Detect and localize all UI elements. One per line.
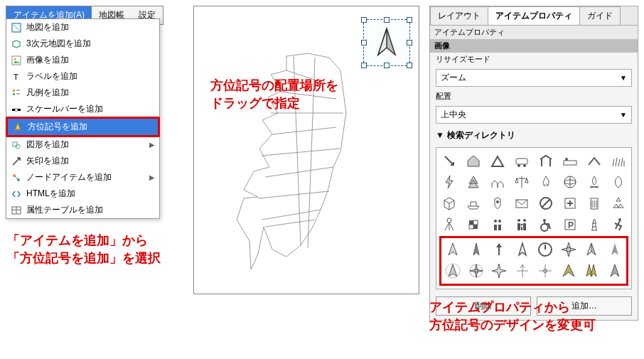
dd-add-scalebar[interactable]: スケールバーを追加 <box>6 101 159 117</box>
tab-guide[interactable]: ガイド <box>579 6 621 25</box>
svg-text:T: T <box>14 73 18 81</box>
dd-label: スケールバーを追加 <box>26 103 155 115</box>
tab-layout[interactable]: レイアウト <box>430 6 488 25</box>
svg-rect-41 <box>469 220 473 225</box>
sym-flame[interactable] <box>536 172 556 192</box>
layout-canvas[interactable] <box>193 6 419 294</box>
disclosure-search-dir[interactable]: ▼検索ディレクトリ <box>430 127 638 144</box>
sym-north-8[interactable] <box>605 240 625 259</box>
sym-globe[interactable] <box>560 172 580 192</box>
svg-rect-42 <box>473 225 478 229</box>
svg-rect-9 <box>15 109 18 111</box>
dropdown-caret-icon: ▼ <box>620 74 627 82</box>
sym-ferry[interactable] <box>463 193 483 213</box>
sym-north-7[interactable] <box>581 240 601 259</box>
sym-scales[interactable] <box>512 172 532 192</box>
dd-add-image[interactable]: 画像を追加 <box>6 52 159 68</box>
svg-text:P: P <box>568 220 574 230</box>
sym-north-star4[interactable] <box>489 261 509 281</box>
sym-north-compass[interactable] <box>466 261 486 281</box>
section-image: 画像 <box>430 39 638 53</box>
svg-rect-1 <box>12 56 21 65</box>
sym-grass[interactable] <box>608 151 628 171</box>
sym-camper[interactable] <box>512 151 532 171</box>
dd-add-legend[interactable]: 凡例を追加 <box>6 85 159 101</box>
sym-north-double[interactable] <box>581 261 601 281</box>
svg-point-49 <box>521 224 523 226</box>
dd-add-shape[interactable]: 図形を追加 ▶ <box>6 136 159 153</box>
tab-item-properties[interactable]: アイテムプロパティ <box>488 6 580 25</box>
sym-parking[interactable]: P <box>560 215 580 235</box>
svg-point-23 <box>565 158 568 161</box>
dd-label: ノードアイテムを追加 <box>26 171 145 183</box>
sym-leaf[interactable] <box>608 172 628 192</box>
sym-north-6[interactable] <box>559 240 579 259</box>
sym-wheelchair[interactable] <box>536 215 556 235</box>
svg-point-21 <box>523 164 526 167</box>
sym-recycle[interactable] <box>608 193 628 213</box>
svg-point-47 <box>517 219 520 222</box>
sym-bolt[interactable] <box>439 172 459 192</box>
dd-add-3d-map[interactable]: 3次元地図を追加 <box>6 36 159 52</box>
sym-north-thin[interactable] <box>512 261 532 281</box>
dd-add-label[interactable]: T ラベルを追加 <box>6 68 159 85</box>
disclosure-triangle-icon: ▼ <box>436 130 444 140</box>
sym-north-clock[interactable] <box>535 240 555 259</box>
sym-north-3[interactable] <box>489 240 509 259</box>
svg-rect-43 <box>473 220 478 225</box>
sym-north-2[interactable] <box>466 240 486 259</box>
svg-point-40 <box>447 218 451 223</box>
annotation-right-line1: アイテムプロパティから <box>429 300 570 314</box>
sym-people[interactable] <box>488 215 508 235</box>
label-alignment: 配置 <box>430 90 638 103</box>
sym-tree[interactable] <box>463 172 483 192</box>
sym-house[interactable] <box>463 151 483 171</box>
sym-campfire[interactable] <box>584 172 604 192</box>
dd-add-northarrow[interactable]: 方位記号を追加 <box>6 117 160 137</box>
sym-tent[interactable] <box>488 151 508 171</box>
combo-resize-mode[interactable]: ズーム ▼ <box>436 69 632 87</box>
shape-icon <box>11 139 22 151</box>
svg-point-46 <box>498 220 501 223</box>
north-arrow-symbols-highlight <box>439 236 628 286</box>
sym-hospital[interactable] <box>560 193 580 213</box>
sym-bed[interactable] <box>560 151 580 171</box>
sym-north-dot[interactable] <box>535 261 555 281</box>
sym-tower[interactable] <box>584 215 604 235</box>
sym-north-last[interactable] <box>605 261 625 281</box>
annotation-center: 方位記号の配置場所を ドラッグで指定 <box>210 77 338 112</box>
dd-add-map[interactable]: 地図を追加 <box>6 19 159 36</box>
sym-mail[interactable] <box>512 193 532 213</box>
annotation-right: アイテムプロパティから 方位記号のデザインを変更可 <box>429 299 596 334</box>
table-icon <box>11 205 22 216</box>
sym-north-9[interactable] <box>443 261 463 281</box>
combo-alignment[interactable]: 上中央 ▼ <box>436 106 632 124</box>
sym-north-1[interactable] <box>443 240 463 259</box>
sym-tripod[interactable] <box>439 215 459 235</box>
sym-building[interactable] <box>584 193 604 213</box>
sym-roof[interactable] <box>584 151 604 171</box>
add-item-dropdown: 地図を追加 3次元地図を追加 画像を追加 T ラベルを追加 凡例を追加 スケール… <box>6 18 160 219</box>
sym-runner[interactable] <box>608 215 628 235</box>
sym-box[interactable] <box>439 193 459 213</box>
dd-label: 画像を追加 <box>26 54 155 66</box>
sym-nosign[interactable] <box>536 193 556 213</box>
sym-shelter[interactable] <box>536 151 556 171</box>
sym-houses[interactable] <box>488 172 508 192</box>
sym-arrow[interactable] <box>439 151 459 171</box>
dd-add-attrtable[interactable]: 属性テーブルを追加 <box>6 202 159 218</box>
combo-resize-value: ズーム <box>441 72 466 84</box>
sym-north-4[interactable] <box>512 240 532 259</box>
annotation-left: 「アイテムを追加」から 「方位記号を追加」を選択 <box>7 232 161 267</box>
symbol-grid: P <box>436 147 632 289</box>
svg-rect-22 <box>564 161 576 165</box>
dd-add-node[interactable]: ノードアイテムを追加 ▶ <box>6 169 159 186</box>
sym-checkers[interactable] <box>463 215 483 235</box>
legend-icon <box>11 87 22 99</box>
sym-north-wide[interactable] <box>559 261 579 281</box>
dd-add-arrow[interactable]: 矢印を追加 <box>6 153 159 169</box>
sym-family[interactable] <box>512 215 532 235</box>
dd-add-html[interactable]: HTMLを追加 <box>6 186 159 202</box>
sym-badge[interactable] <box>488 193 508 213</box>
annotation-right-line2: 方位記号のデザインを変更可 <box>429 318 596 332</box>
